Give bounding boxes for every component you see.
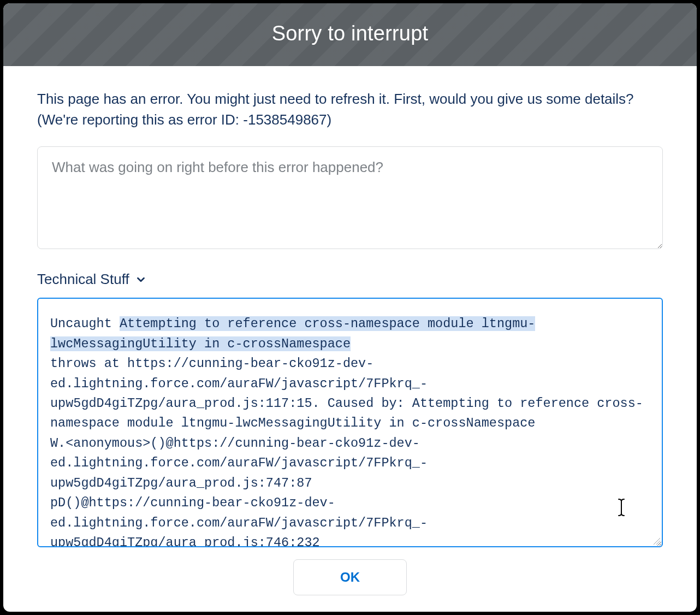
- ok-button[interactable]: OK: [293, 559, 407, 595]
- modal-body: This page has an error. You might just n…: [3, 66, 697, 547]
- resize-handle-icon: [652, 537, 660, 545]
- modal-footer: OK: [3, 547, 697, 612]
- svg-line-2: [656, 541, 660, 545]
- technical-details-textarea[interactable]: Uncaught Attempting to reference cross-n…: [37, 298, 663, 547]
- prompt-line-1: This page has an error. You might just n…: [37, 91, 634, 107]
- prompt-line-2: (We're reporting this as error ID: -1538…: [37, 111, 331, 128]
- stack-pre: Uncaught: [50, 316, 120, 331]
- modal-header: Sorry to interrupt: [3, 3, 697, 66]
- feedback-textarea[interactable]: [37, 146, 663, 249]
- svg-line-3: [659, 543, 660, 545]
- selected-error-text: Attempting to reference cross-namespace …: [50, 316, 535, 351]
- technical-stuff-toggle[interactable]: Technical Stuff: [37, 271, 663, 288]
- text-cursor-icon: [537, 472, 627, 547]
- technical-stuff-label: Technical Stuff: [37, 271, 129, 288]
- error-prompt: This page has an error. You might just n…: [37, 89, 663, 130]
- error-modal: Sorry to interrupt This page has an erro…: [3, 3, 697, 612]
- svg-line-1: [654, 538, 660, 545]
- chevron-down-icon: [135, 274, 147, 286]
- modal-title: Sorry to interrupt: [3, 22, 697, 45]
- stack-post: throws at https://cunning-bear-cko91z-de…: [50, 356, 643, 547]
